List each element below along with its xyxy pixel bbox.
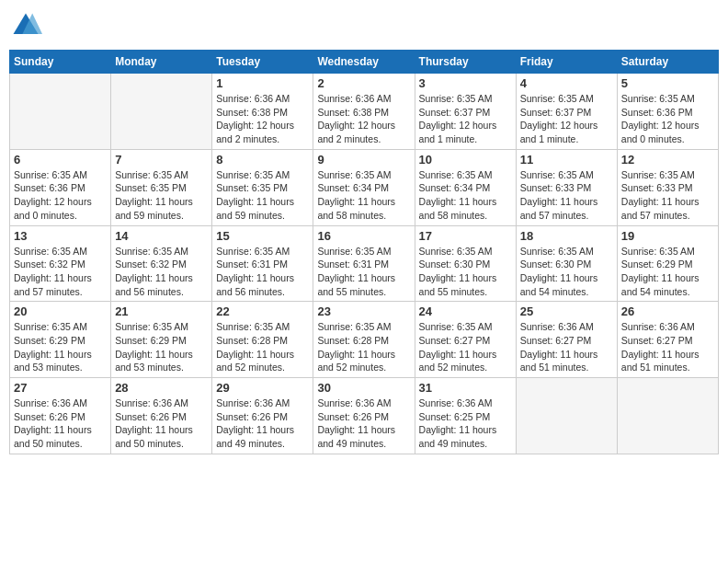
calendar-cell: 5Sunrise: 6:35 AMSunset: 6:36 PMDaylight… bbox=[617, 74, 718, 150]
day-info: Sunrise: 6:36 AMSunset: 6:27 PMDaylight:… bbox=[520, 320, 613, 374]
week-row-3: 13Sunrise: 6:35 AMSunset: 6:32 PMDayligh… bbox=[10, 225, 719, 302]
day-info: Sunrise: 6:35 AMSunset: 6:29 PMDaylight:… bbox=[115, 320, 208, 374]
day-info: Sunrise: 6:35 AMSunset: 6:30 PMDaylight:… bbox=[419, 245, 512, 299]
day-info: Sunrise: 6:35 AMSunset: 6:36 PMDaylight:… bbox=[14, 168, 107, 223]
day-number: 11 bbox=[520, 153, 613, 167]
day-number: 8 bbox=[216, 153, 309, 167]
day-number: 20 bbox=[14, 304, 107, 318]
day-number: 13 bbox=[14, 229, 107, 243]
day-info: Sunrise: 6:35 AMSunset: 6:33 PMDaylight:… bbox=[621, 168, 714, 223]
day-info: Sunrise: 6:35 AMSunset: 6:28 PMDaylight:… bbox=[216, 320, 309, 374]
day-number: 3 bbox=[419, 76, 512, 90]
day-number: 28 bbox=[115, 381, 208, 395]
day-number: 18 bbox=[520, 229, 613, 243]
day-number: 27 bbox=[14, 381, 107, 395]
calendar-cell: 17Sunrise: 6:35 AMSunset: 6:30 PMDayligh… bbox=[415, 225, 516, 302]
day-info: Sunrise: 6:36 AMSunset: 6:26 PMDaylight:… bbox=[115, 396, 208, 451]
day-number: 26 bbox=[621, 304, 714, 318]
day-info: Sunrise: 6:35 AMSunset: 6:28 PMDaylight:… bbox=[317, 320, 410, 374]
calendar-cell: 11Sunrise: 6:35 AMSunset: 6:33 PMDayligh… bbox=[516, 149, 617, 225]
col-header-tuesday: Tuesday bbox=[212, 51, 313, 74]
col-header-sunday: Sunday bbox=[10, 51, 111, 74]
calendar-cell: 13Sunrise: 6:35 AMSunset: 6:32 PMDayligh… bbox=[10, 225, 111, 302]
calendar-cell bbox=[111, 74, 212, 150]
calendar-cell: 15Sunrise: 6:35 AMSunset: 6:31 PMDayligh… bbox=[212, 225, 313, 302]
day-number: 15 bbox=[216, 229, 309, 243]
day-info: Sunrise: 6:35 AMSunset: 6:36 PMDaylight:… bbox=[621, 92, 714, 146]
day-number: 4 bbox=[520, 76, 613, 90]
day-info: Sunrise: 6:35 AMSunset: 6:35 PMDaylight:… bbox=[115, 168, 208, 223]
calendar-cell: 7Sunrise: 6:35 AMSunset: 6:35 PMDaylight… bbox=[111, 149, 212, 225]
day-info: Sunrise: 6:35 AMSunset: 6:31 PMDaylight:… bbox=[216, 245, 309, 299]
calendar-cell: 21Sunrise: 6:35 AMSunset: 6:29 PMDayligh… bbox=[111, 302, 212, 378]
day-number: 23 bbox=[317, 304, 410, 318]
week-row-2: 6Sunrise: 6:35 AMSunset: 6:36 PMDaylight… bbox=[10, 149, 719, 225]
calendar-cell: 20Sunrise: 6:35 AMSunset: 6:29 PMDayligh… bbox=[10, 302, 111, 378]
calendar-cell: 2Sunrise: 6:36 AMSunset: 6:38 PMDaylight… bbox=[313, 74, 415, 150]
day-number: 29 bbox=[216, 381, 309, 395]
col-header-thursday: Thursday bbox=[415, 51, 516, 74]
day-info: Sunrise: 6:35 AMSunset: 6:35 PMDaylight:… bbox=[216, 168, 309, 223]
day-number: 24 bbox=[419, 304, 512, 318]
day-number: 7 bbox=[115, 153, 208, 167]
page-header bbox=[9, 9, 719, 42]
calendar-cell: 14Sunrise: 6:35 AMSunset: 6:32 PMDayligh… bbox=[111, 225, 212, 302]
calendar-cell: 24Sunrise: 6:35 AMSunset: 6:27 PMDayligh… bbox=[415, 302, 516, 378]
day-info: Sunrise: 6:35 AMSunset: 6:34 PMDaylight:… bbox=[419, 168, 512, 223]
calendar-cell: 31Sunrise: 6:36 AMSunset: 6:25 PMDayligh… bbox=[415, 378, 516, 454]
calendar-cell: 18Sunrise: 6:35 AMSunset: 6:30 PMDayligh… bbox=[516, 225, 617, 302]
day-info: Sunrise: 6:36 AMSunset: 6:26 PMDaylight:… bbox=[14, 396, 107, 451]
day-number: 5 bbox=[621, 76, 714, 90]
day-info: Sunrise: 6:35 AMSunset: 6:37 PMDaylight:… bbox=[520, 92, 613, 146]
day-number: 17 bbox=[419, 229, 512, 243]
calendar-cell: 19Sunrise: 6:35 AMSunset: 6:29 PMDayligh… bbox=[617, 225, 718, 302]
calendar-cell: 23Sunrise: 6:35 AMSunset: 6:28 PMDayligh… bbox=[313, 302, 415, 378]
calendar-cell bbox=[617, 378, 718, 454]
calendar-header-row: SundayMondayTuesdayWednesdayThursdayFrid… bbox=[10, 51, 719, 74]
day-info: Sunrise: 6:35 AMSunset: 6:32 PMDaylight:… bbox=[115, 245, 208, 299]
day-info: Sunrise: 6:36 AMSunset: 6:26 PMDaylight:… bbox=[216, 396, 309, 451]
calendar-cell: 22Sunrise: 6:35 AMSunset: 6:28 PMDayligh… bbox=[212, 302, 313, 378]
day-info: Sunrise: 6:36 AMSunset: 6:27 PMDaylight:… bbox=[621, 320, 714, 374]
calendar-cell: 4Sunrise: 6:35 AMSunset: 6:37 PMDaylight… bbox=[516, 74, 617, 150]
col-header-friday: Friday bbox=[516, 51, 617, 74]
day-number: 22 bbox=[216, 304, 309, 318]
week-row-5: 27Sunrise: 6:36 AMSunset: 6:26 PMDayligh… bbox=[10, 378, 719, 454]
calendar-cell: 25Sunrise: 6:36 AMSunset: 6:27 PMDayligh… bbox=[516, 302, 617, 378]
day-number: 12 bbox=[621, 153, 714, 167]
day-info: Sunrise: 6:35 AMSunset: 6:29 PMDaylight:… bbox=[621, 245, 714, 299]
day-info: Sunrise: 6:35 AMSunset: 6:31 PMDaylight:… bbox=[317, 245, 410, 299]
day-info: Sunrise: 6:35 AMSunset: 6:37 PMDaylight:… bbox=[419, 92, 512, 146]
calendar-cell: 10Sunrise: 6:35 AMSunset: 6:34 PMDayligh… bbox=[415, 149, 516, 225]
calendar: SundayMondayTuesdayWednesdayThursdayFrid… bbox=[9, 50, 719, 454]
day-info: Sunrise: 6:35 AMSunset: 6:29 PMDaylight:… bbox=[14, 320, 107, 374]
col-header-wednesday: Wednesday bbox=[313, 51, 415, 74]
day-number: 16 bbox=[317, 229, 410, 243]
day-number: 9 bbox=[317, 153, 410, 167]
calendar-cell bbox=[516, 378, 617, 454]
day-number: 6 bbox=[14, 153, 107, 167]
week-row-1: 1Sunrise: 6:36 AMSunset: 6:38 PMDaylight… bbox=[10, 74, 719, 150]
calendar-cell: 3Sunrise: 6:35 AMSunset: 6:37 PMDaylight… bbox=[415, 74, 516, 150]
day-number: 25 bbox=[520, 304, 613, 318]
calendar-cell: 30Sunrise: 6:36 AMSunset: 6:26 PMDayligh… bbox=[313, 378, 415, 454]
calendar-cell: 29Sunrise: 6:36 AMSunset: 6:26 PMDayligh… bbox=[212, 378, 313, 454]
calendar-cell: 16Sunrise: 6:35 AMSunset: 6:31 PMDayligh… bbox=[313, 225, 415, 302]
day-number: 19 bbox=[621, 229, 714, 243]
calendar-cell: 28Sunrise: 6:36 AMSunset: 6:26 PMDayligh… bbox=[111, 378, 212, 454]
day-info: Sunrise: 6:35 AMSunset: 6:30 PMDaylight:… bbox=[520, 245, 613, 299]
logo-icon bbox=[9, 9, 42, 42]
calendar-cell: 1Sunrise: 6:36 AMSunset: 6:38 PMDaylight… bbox=[212, 74, 313, 150]
day-number: 10 bbox=[419, 153, 512, 167]
col-header-saturday: Saturday bbox=[617, 51, 718, 74]
calendar-cell: 12Sunrise: 6:35 AMSunset: 6:33 PMDayligh… bbox=[617, 149, 718, 225]
day-number: 14 bbox=[115, 229, 208, 243]
logo bbox=[9, 9, 46, 42]
calendar-cell: 9Sunrise: 6:35 AMSunset: 6:34 PMDaylight… bbox=[313, 149, 415, 225]
calendar-cell: 8Sunrise: 6:35 AMSunset: 6:35 PMDaylight… bbox=[212, 149, 313, 225]
week-row-4: 20Sunrise: 6:35 AMSunset: 6:29 PMDayligh… bbox=[10, 302, 719, 378]
calendar-cell: 26Sunrise: 6:36 AMSunset: 6:27 PMDayligh… bbox=[617, 302, 718, 378]
col-header-monday: Monday bbox=[111, 51, 212, 74]
day-number: 30 bbox=[317, 381, 410, 395]
day-info: Sunrise: 6:35 AMSunset: 6:27 PMDaylight:… bbox=[419, 320, 512, 374]
